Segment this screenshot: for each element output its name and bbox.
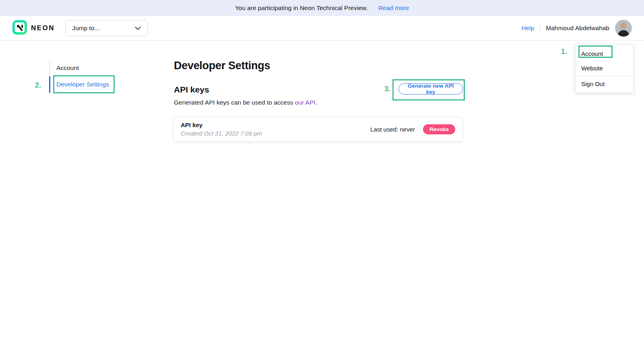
step3-marker: 3. xyxy=(384,85,390,93)
app-header: NEON Jump to... Help Mahmoud Abdelwahab xyxy=(0,16,644,41)
page-title: Developer Settings xyxy=(174,60,270,72)
api-key-card: API key Created Oct 31, 2022 7:09 pm Las… xyxy=(173,117,463,142)
generate-api-key-button[interactable]: Generate new API key xyxy=(398,83,463,95)
neon-logo-icon xyxy=(12,20,27,37)
brand-wordmark: NEON xyxy=(31,24,55,32)
sidebar-item-account[interactable]: Account xyxy=(49,60,146,76)
description-text: Generated API keys can be used to access xyxy=(174,99,295,106)
api-keys-description: Generated API keys can be used to access… xyxy=(174,99,317,106)
step2-marker: 2. xyxy=(35,81,41,90)
menu-item-sign-out[interactable]: Sign Out xyxy=(576,76,633,91)
banner-text: You are participating in Neon Technical … xyxy=(235,4,368,12)
sidebar-item-developer-settings[interactable]: Developer Settings xyxy=(49,76,146,93)
header-divider xyxy=(540,24,540,33)
api-key-name: API key xyxy=(181,121,262,128)
user-name[interactable]: Mahmoud Abdelwahab xyxy=(546,25,609,32)
menu-item-account[interactable]: Account xyxy=(576,46,633,61)
read-more-link[interactable]: Read more xyxy=(378,4,409,12)
user-menu: Account Website Sign Out xyxy=(575,44,634,93)
api-key-created-date: Created Oct 31, 2022 7:09 pm xyxy=(181,130,262,137)
user-avatar[interactable] xyxy=(615,20,632,37)
api-key-info: API key Created Oct 31, 2022 7:09 pm xyxy=(181,121,262,137)
api-keys-section-title: API keys xyxy=(174,85,209,95)
technical-preview-banner: You are participating in Neon Technical … xyxy=(0,0,644,16)
step1-marker: 1. xyxy=(561,47,567,56)
menu-item-website[interactable]: Website xyxy=(576,61,633,75)
settings-sidebar: Account Developer Settings xyxy=(49,60,146,93)
neon-logo[interactable]: NEON xyxy=(12,20,55,37)
menu-divider xyxy=(576,76,633,76)
revoke-button[interactable]: Revoke xyxy=(423,124,455,134)
description-period: . xyxy=(316,99,317,106)
our-api-link[interactable]: our API xyxy=(295,99,316,106)
jump-to-label: Jump to... xyxy=(72,25,99,32)
api-key-last-used: Last used: never xyxy=(370,126,415,133)
jump-to-dropdown[interactable]: Jump to... xyxy=(65,20,148,36)
chevron-down-icon xyxy=(135,25,141,32)
help-link[interactable]: Help xyxy=(521,25,534,32)
